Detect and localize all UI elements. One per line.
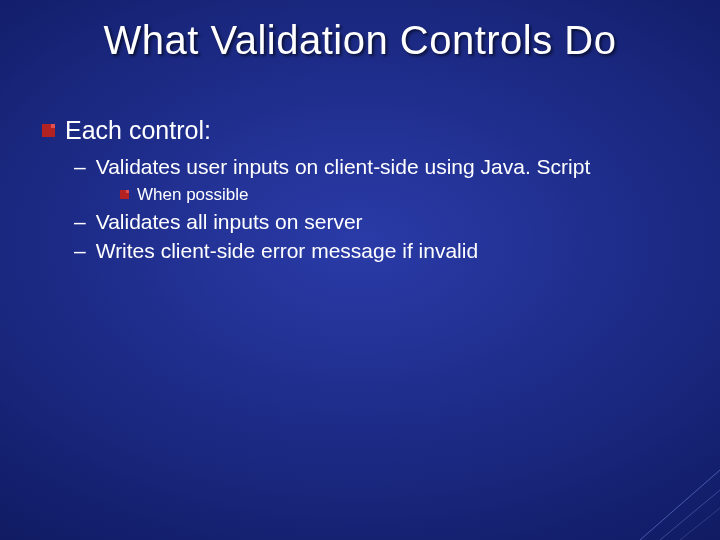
- slide: What Validation Controls Do Each control…: [0, 0, 720, 540]
- svg-line-2: [680, 508, 720, 540]
- bullet-level2: – Validates all inputs on server: [74, 209, 690, 235]
- square-bullet-icon: [42, 124, 55, 137]
- square-bullet-icon: [120, 190, 129, 199]
- level1-text: Each control:: [65, 115, 211, 146]
- level3-text: When possible: [137, 184, 249, 205]
- level2-text: Validates all inputs on server: [96, 209, 363, 235]
- svg-line-1: [660, 490, 720, 540]
- dash-icon: –: [74, 238, 86, 264]
- slide-content: Each control: – Validates user inputs on…: [42, 115, 690, 267]
- slide-title: What Validation Controls Do: [0, 18, 720, 63]
- svg-line-0: [640, 470, 720, 540]
- bullet-level2: – Writes client-side error message if in…: [74, 238, 690, 264]
- bullet-level1: Each control:: [42, 115, 690, 146]
- level2-text: Writes client-side error message if inva…: [96, 238, 478, 264]
- level2-text: Validates user inputs on client-side usi…: [96, 154, 591, 180]
- bullet-level2: – Validates user inputs on client-side u…: [74, 154, 690, 180]
- dash-icon: –: [74, 154, 86, 180]
- bullet-level3: When possible: [120, 184, 690, 205]
- dash-icon: –: [74, 209, 86, 235]
- decorative-lines-icon: [600, 420, 720, 540]
